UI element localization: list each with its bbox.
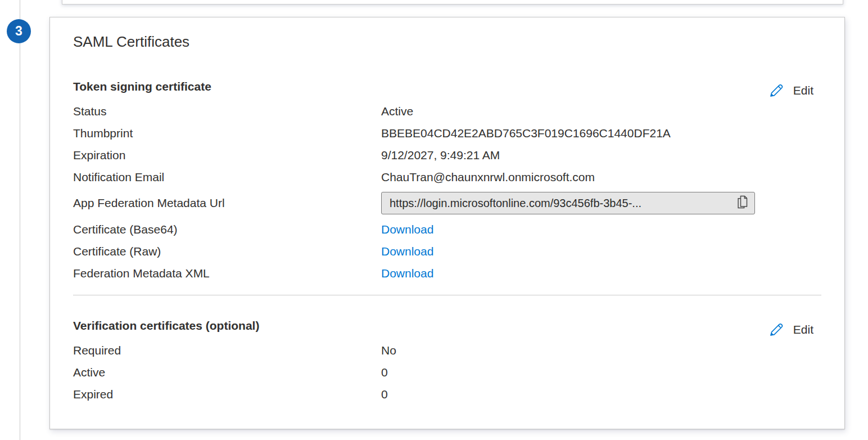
section-divider [73, 295, 821, 295]
card-title: SAML Certificates [73, 33, 821, 51]
token-signing-rows: Status Active Thumbprint BBEBE04CD42E2AB… [73, 100, 821, 284]
edit-verification-certificates-button[interactable]: Edit [767, 321, 813, 339]
status-value: Active [381, 105, 821, 118]
certificate-base64-row: Certificate (Base64) Download [73, 218, 821, 240]
edit-token-signing-certificate-button[interactable]: Edit [767, 82, 813, 100]
federation-metadata-xml-download-link[interactable]: Download [381, 267, 433, 280]
edit-button-label: Edit [793, 323, 813, 336]
app-federation-metadata-url-row: App Federation Metadata Url https://logi… [73, 188, 821, 218]
app-federation-metadata-url-label: App Federation Metadata Url [73, 196, 381, 210]
app-federation-metadata-url-value: https://login.microsoftonline.com/93c456… [390, 197, 641, 210]
verification-certificates-heading: Verification certificates (optional) [73, 319, 259, 333]
active-count-label: Active [73, 366, 381, 379]
previous-step-card-fragment [62, 0, 843, 5]
thumbprint-label: Thumbprint [73, 127, 381, 140]
expiration-row: Expiration 9/12/2027, 9:49:21 AM [73, 144, 821, 166]
app-federation-metadata-url-cell: https://login.microsoftonline.com/93c456… [381, 192, 821, 214]
thumbprint-value: BBEBE04CD42E2ABD765C3F019C1696C1440DF21A [381, 127, 821, 140]
notification-email-value: ChauTran@chaunxnrwl.onmicrosoft.com [381, 170, 821, 184]
federation-metadata-xml-cell: Download [381, 267, 821, 280]
certificate-base64-label: Certificate (Base64) [73, 223, 381, 236]
required-row: Required No [73, 339, 821, 361]
thumbprint-row: Thumbprint BBEBE04CD42E2ABD765C3F019C169… [73, 122, 821, 144]
saml-certificates-card: SAML Certificates Token signing certific… [49, 17, 845, 429]
required-value: No [381, 344, 821, 357]
federation-metadata-xml-label: Federation Metadata XML [73, 267, 381, 280]
pencil-icon [767, 321, 785, 339]
app-federation-metadata-url-field[interactable]: https://login.microsoftonline.com/93c456… [381, 192, 755, 214]
active-count-value: 0 [381, 366, 821, 379]
token-signing-heading: Token signing certificate [73, 80, 211, 93]
expiration-label: Expiration [73, 149, 381, 162]
saml-sso-page: 3 SAML Certificates Token signing certif… [0, 0, 868, 440]
certificate-raw-row: Certificate (Raw) Download [73, 240, 821, 262]
expired-count-value: 0 [381, 388, 821, 401]
expiration-value: 9/12/2027, 9:49:21 AM [381, 149, 821, 162]
verification-section-header: Verification certificates (optional) Edi… [73, 316, 821, 336]
active-count-row: Active 0 [73, 361, 821, 383]
pencil-icon [767, 82, 785, 100]
certificate-raw-download-link[interactable]: Download [381, 245, 433, 258]
copy-url-button[interactable] [731, 194, 749, 212]
required-label: Required [73, 344, 381, 357]
status-row: Status Active [73, 100, 821, 122]
federation-metadata-xml-row: Federation Metadata XML Download [73, 262, 821, 284]
certificate-raw-label: Certificate (Raw) [73, 245, 381, 258]
edit-button-label: Edit [793, 84, 813, 97]
notification-email-label: Notification Email [73, 170, 381, 184]
token-signing-section-header: Token signing certificate Edit [73, 77, 821, 97]
notification-email-row: Notification Email ChauTran@chaunxnrwl.o… [73, 166, 821, 188]
copy-icon [735, 194, 749, 212]
status-label: Status [73, 105, 381, 118]
step-number: 3 [15, 24, 22, 39]
certificate-base64-cell: Download [381, 223, 821, 236]
verification-rows: Required No Active 0 Expired 0 [73, 339, 821, 405]
expired-count-label: Expired [73, 388, 381, 401]
step-3-badge: 3 [7, 19, 31, 43]
certificate-base64-download-link[interactable]: Download [381, 223, 433, 236]
certificate-raw-cell: Download [381, 245, 821, 258]
wizard-connector-line [20, 0, 20, 440]
expired-count-row: Expired 0 [73, 383, 821, 405]
